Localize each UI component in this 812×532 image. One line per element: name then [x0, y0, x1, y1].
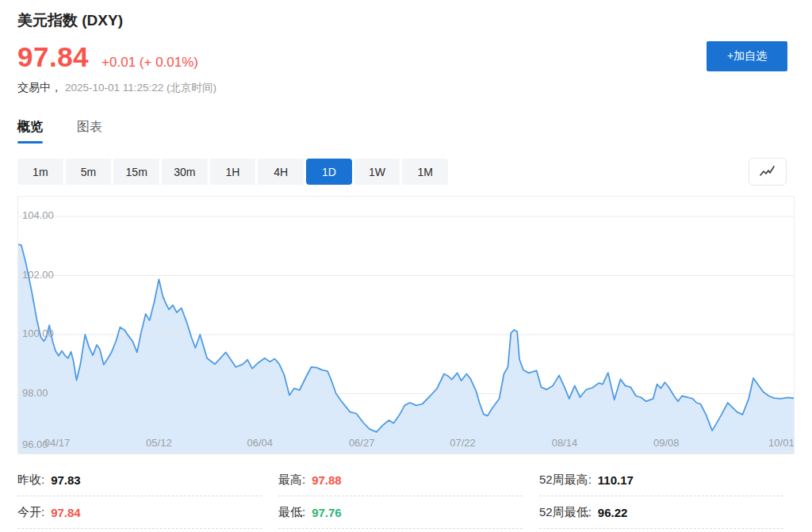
page-title: 美元指数 (DXY): [17, 10, 123, 31]
timeframe-button-15m[interactable]: 15m: [113, 159, 159, 185]
quote-timezone: (北京时间): [167, 82, 216, 94]
stat-value: 97.83: [51, 473, 81, 487]
timeframe-button-5m[interactable]: 5m: [66, 159, 112, 185]
stat-value: 110.17: [598, 473, 634, 487]
stat-cell: 昨收:97.83: [17, 464, 262, 496]
stat-label: 今开:: [17, 505, 44, 520]
timeframe-button-4H[interactable]: 4H: [258, 159, 304, 185]
area-chart-canvas: [18, 197, 795, 454]
stat-label: 昨收:: [17, 473, 44, 488]
trading-status-row: 交易中， 2025-10-01 11:25:22 (北京时间): [17, 81, 216, 95]
tab-概览[interactable]: 概览: [17, 119, 43, 144]
price-row: 97.84 +0.01 (+ 0.01%): [17, 41, 198, 73]
add-watchlist-button[interactable]: +加自选: [707, 41, 787, 71]
quote-page: 美元指数 (DXY) 97.84 +0.01 (+ 0.01%) 交易中， 20…: [0, 0, 812, 532]
stat-cell: 最低:97.76: [278, 496, 523, 529]
current-price: 97.84: [17, 41, 89, 73]
stat-cell: 52周最低:96.22: [539, 496, 783, 529]
chart-style-button[interactable]: [749, 158, 787, 186]
tab-bar: 概览图表: [17, 119, 102, 144]
stat-value: 97.88: [312, 473, 342, 487]
stat-cell: 52周最高:110.17: [539, 464, 783, 496]
trading-status: 交易中，: [17, 81, 62, 94]
stat-label: 52周最高:: [539, 473, 592, 488]
tab-图表[interactable]: 图表: [77, 119, 102, 144]
price-change: +0.01 (+ 0.01%): [102, 55, 198, 71]
stat-value: 97.84: [51, 506, 81, 519]
stat-label: 最低:: [278, 505, 305, 520]
timeframe-button-1m[interactable]: 1m: [17, 159, 63, 185]
timeframe-button-1H[interactable]: 1H: [210, 159, 256, 185]
quote-stats: 昨收:97.83最高:97.8852周最高:110.17今开:97.84最低:9…: [17, 464, 795, 529]
stat-cell: 今开:97.84: [17, 496, 262, 529]
stat-label: 52周最低:: [539, 505, 592, 520]
line-chart-icon: [759, 165, 776, 179]
timeframe-button-1D[interactable]: 1D: [306, 159, 352, 185]
stat-value: 96.22: [598, 506, 628, 519]
timeframe-toolbar: 1m5m15m30m1H4H1D1W1M: [17, 159, 448, 185]
quote-timestamp: 2025-10-01 11:25:22: [65, 82, 163, 94]
stat-cell: 最高:97.88: [278, 464, 523, 496]
timeframe-button-1W[interactable]: 1W: [354, 159, 400, 185]
timeframe-button-30m[interactable]: 30m: [162, 159, 208, 185]
price-chart[interactable]: 104.00102.00100.0098.0096.00 04/1705/120…: [17, 196, 795, 454]
timeframe-button-1M[interactable]: 1M: [402, 159, 448, 185]
stat-label: 最高:: [278, 473, 305, 488]
stat-value: 97.76: [312, 506, 342, 519]
